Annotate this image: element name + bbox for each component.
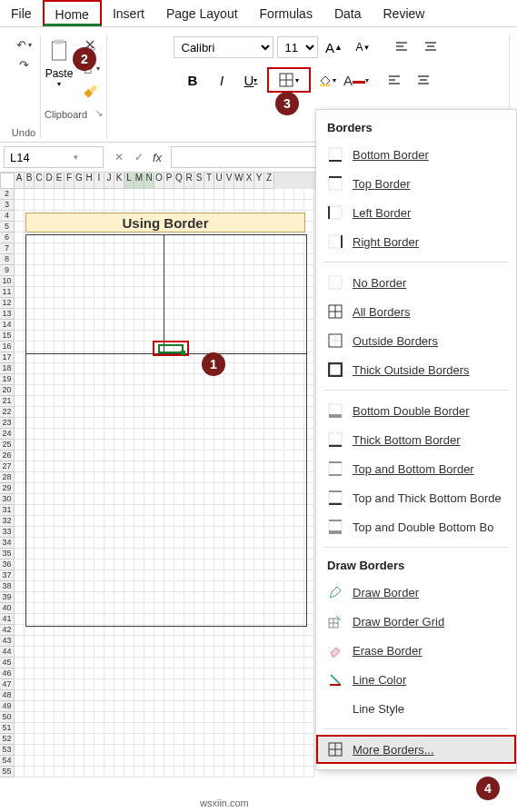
paste-icon[interactable] xyxy=(45,35,74,67)
cell[interactable] xyxy=(154,767,164,777)
cell[interactable] xyxy=(45,756,55,767)
cell[interactable] xyxy=(55,189,65,200)
cell[interactable] xyxy=(104,745,114,756)
cell[interactable] xyxy=(85,767,94,777)
cell[interactable] xyxy=(264,723,274,734)
cell[interactable] xyxy=(274,723,284,734)
cell[interactable] xyxy=(174,745,184,756)
cell[interactable] xyxy=(114,767,124,777)
col-header-f[interactable]: F xyxy=(65,173,75,189)
dd-line-style[interactable]: Line Style xyxy=(316,694,516,723)
col-header-e[interactable]: E xyxy=(55,173,65,189)
cell[interactable] xyxy=(194,767,204,777)
cell[interactable] xyxy=(104,756,114,767)
confirm-icon[interactable]: ✓ xyxy=(134,151,144,163)
dd-draw-border[interactable]: Draw Border xyxy=(316,578,516,607)
col-header-w[interactable]: W xyxy=(234,173,244,189)
cell[interactable] xyxy=(85,745,94,756)
cell[interactable] xyxy=(35,723,45,734)
cell[interactable] xyxy=(55,723,65,734)
col-header-c[interactable]: C xyxy=(35,173,45,189)
cell[interactable] xyxy=(224,756,234,767)
cell[interactable] xyxy=(134,756,144,767)
cell[interactable] xyxy=(144,756,154,767)
cell[interactable] xyxy=(234,745,244,756)
col-header-z[interactable]: Z xyxy=(264,173,274,189)
col-header-u[interactable]: U xyxy=(214,173,224,189)
cell[interactable] xyxy=(94,734,104,745)
cell[interactable] xyxy=(75,767,85,777)
cell[interactable] xyxy=(234,723,244,734)
cell[interactable] xyxy=(294,723,304,734)
clipboard-dialog-launcher[interactable]: ↘ xyxy=(95,108,103,118)
cell[interactable] xyxy=(144,745,154,756)
cell[interactable] xyxy=(194,756,204,767)
cell[interactable] xyxy=(304,756,314,767)
cell[interactable] xyxy=(15,723,25,734)
cell[interactable] xyxy=(254,189,264,200)
cell[interactable] xyxy=(94,723,104,734)
cell[interactable] xyxy=(94,756,104,767)
dd-all-borders[interactable]: All Borders xyxy=(316,297,516,326)
col-header-q[interactable]: Q xyxy=(174,173,184,189)
cell[interactable] xyxy=(15,745,25,756)
cell[interactable] xyxy=(264,745,274,756)
cell[interactable] xyxy=(244,767,254,777)
col-header-a[interactable]: A xyxy=(15,173,25,189)
undo-button[interactable]: ↶▾ xyxy=(11,35,36,54)
cell[interactable] xyxy=(224,723,234,734)
cell[interactable] xyxy=(214,734,224,745)
select-all[interactable] xyxy=(0,173,15,189)
cell[interactable] xyxy=(224,745,234,756)
cell[interactable] xyxy=(75,189,85,200)
cell[interactable] xyxy=(264,734,274,745)
cell[interactable] xyxy=(214,756,224,767)
cell[interactable] xyxy=(244,723,254,734)
col-header-k[interactable]: K xyxy=(114,173,124,189)
cell[interactable] xyxy=(114,745,124,756)
cell[interactable] xyxy=(144,189,154,200)
italic-button[interactable]: I xyxy=(209,67,234,93)
cell[interactable] xyxy=(264,767,274,777)
cell[interactable] xyxy=(25,767,35,777)
cell[interactable] xyxy=(85,756,94,767)
cell[interactable] xyxy=(15,767,25,777)
cell[interactable] xyxy=(274,745,284,756)
cell[interactable] xyxy=(264,756,274,767)
cell[interactable] xyxy=(184,745,194,756)
data-tab[interactable]: Data xyxy=(323,0,373,26)
cell[interactable] xyxy=(284,723,294,734)
cell[interactable] xyxy=(94,745,104,756)
align-left-button[interactable] xyxy=(382,67,407,93)
cell[interactable] xyxy=(284,756,294,767)
cell[interactable] xyxy=(294,756,304,767)
dd-thick-bottom-border[interactable]: Thick Bottom Border xyxy=(316,425,516,454)
cell[interactable] xyxy=(164,723,174,734)
cell[interactable] xyxy=(284,767,294,777)
cell[interactable] xyxy=(194,189,204,200)
cell[interactable] xyxy=(65,734,75,745)
cell[interactable] xyxy=(104,189,114,200)
increase-font-button[interactable]: A▲ xyxy=(322,35,347,60)
dd-top-border[interactable]: Top Border xyxy=(316,169,516,198)
cell[interactable] xyxy=(204,723,214,734)
cell[interactable] xyxy=(244,734,254,745)
cell[interactable] xyxy=(114,734,124,745)
paste-dropdown[interactable]: ▾ xyxy=(57,80,61,88)
col-header-t[interactable]: T xyxy=(204,173,214,189)
align-top-button[interactable] xyxy=(389,35,414,60)
cell[interactable] xyxy=(214,723,224,734)
cell[interactable] xyxy=(174,767,184,777)
cell[interactable] xyxy=(184,189,194,200)
cell[interactable] xyxy=(134,767,144,777)
col-header-d[interactable]: D xyxy=(45,173,55,189)
page-layout-tab[interactable]: Page Layout xyxy=(155,0,249,26)
fill-color-button[interactable]: ▾ xyxy=(314,67,340,93)
cell[interactable] xyxy=(45,723,55,734)
cell[interactable] xyxy=(214,189,224,200)
cell[interactable] xyxy=(274,767,284,777)
cell[interactable] xyxy=(304,745,314,756)
cell[interactable] xyxy=(204,189,214,200)
cell[interactable] xyxy=(194,723,204,734)
col-header-v[interactable]: V xyxy=(224,173,234,189)
